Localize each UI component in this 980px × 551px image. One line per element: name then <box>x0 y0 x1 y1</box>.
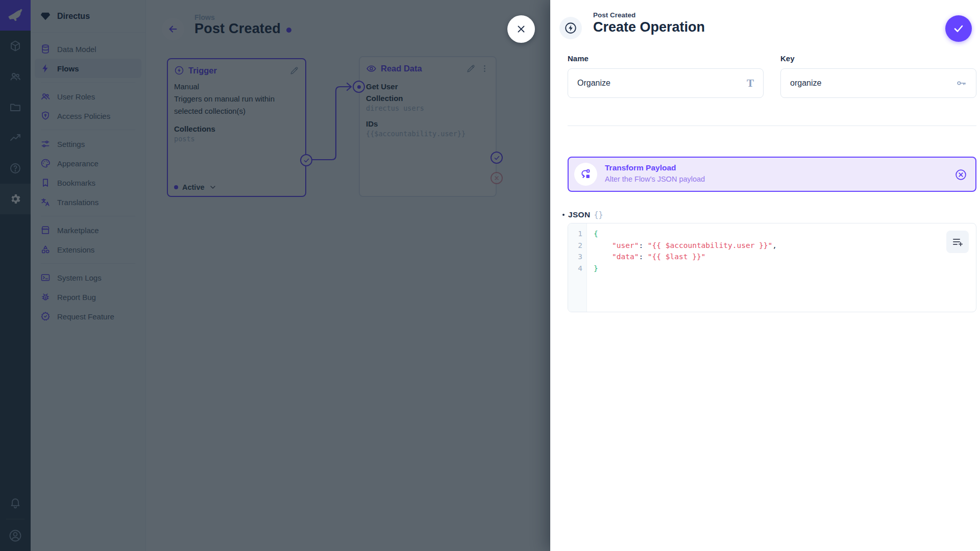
circle-x-icon <box>954 168 967 181</box>
key-icon <box>955 78 967 89</box>
check-icon <box>952 22 965 35</box>
directus-flow-editor: Directus Data Model Flows User Ro <box>0 0 980 551</box>
line-number: 3 <box>568 251 582 263</box>
line-number: 1 <box>568 228 582 240</box>
drawer-title: Create Operation <box>593 19 705 35</box>
create-operation-drawer: Post Created Create Operation Name T Key <box>550 0 980 551</box>
name-field-label: Name <box>568 54 589 63</box>
name-field: T <box>568 68 764 98</box>
done-button[interactable] <box>945 15 972 42</box>
line-number: 4 <box>568 263 582 274</box>
json-field-header: JSON {} <box>562 210 603 219</box>
close-drawer-button[interactable] <box>507 15 535 43</box>
raw-value-icon[interactable]: {} <box>594 210 603 219</box>
drawer-header-icon <box>559 17 582 39</box>
code-line-1: { <box>594 228 976 240</box>
selected-operation-title: Transform Payload <box>605 163 676 172</box>
title-formatter-icon: T <box>747 77 754 90</box>
edited-dot <box>562 214 565 216</box>
key-input[interactable] <box>790 79 955 88</box>
code-line-2: "user": "{{ $accountability.user }}", <box>594 240 976 252</box>
section-divider <box>568 126 976 126</box>
playlist-add-icon <box>951 236 964 248</box>
code-line-4: } <box>594 263 976 274</box>
json-code-editor[interactable]: 1 2 3 4 { "user": "{{ $accountability.us… <box>568 223 976 312</box>
editor-code[interactable]: { "user": "{{ $accountability.user }}", … <box>587 223 976 312</box>
selected-operation-card[interactable]: Transform Payload Alter the Flow's JSON … <box>568 157 976 192</box>
key-field <box>780 68 976 98</box>
close-icon <box>516 23 527 35</box>
code-line-3: "data": "{{ $last }}" <box>594 251 976 263</box>
selected-operation-subtitle: Alter the Flow's JSON payload <box>605 175 705 183</box>
bolt-circle-icon <box>564 21 577 35</box>
editor-gutter: 1 2 3 4 <box>568 223 587 312</box>
json-field-label: JSON <box>568 210 590 219</box>
deselect-operation-button[interactable] <box>954 168 967 181</box>
key-field-label: Key <box>780 54 795 63</box>
name-input[interactable] <box>577 79 747 88</box>
line-number: 2 <box>568 240 582 252</box>
drawer-breadcrumb: Post Created <box>593 11 635 19</box>
transform-payload-icon <box>574 163 597 186</box>
template-add-button[interactable] <box>946 231 969 253</box>
